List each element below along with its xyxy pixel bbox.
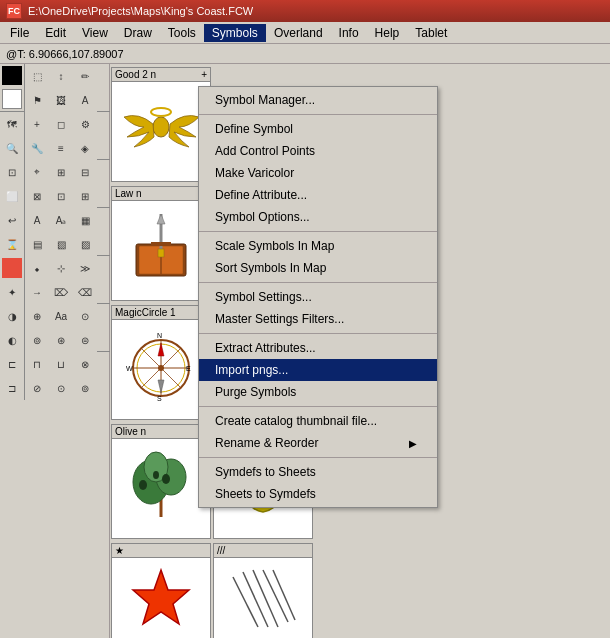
tool-c8[interactable]: ⊞ xyxy=(73,184,97,208)
symbol-law xyxy=(121,209,201,284)
tool-e4[interactable]: ⊹ xyxy=(49,256,73,280)
tool-e5[interactable]: ≫ xyxy=(73,256,97,280)
menu-view[interactable]: View xyxy=(74,24,116,42)
menu-scale-symbols[interactable]: Scale Symbols In Map xyxy=(199,235,437,257)
menu-sort-symbols[interactable]: Sort Symbols In Map xyxy=(199,257,437,279)
tool-d6[interactable]: ▤ xyxy=(25,232,49,256)
menu-add-control-points[interactable]: Add Control Points xyxy=(199,140,437,162)
tool-c7[interactable]: ⊡ xyxy=(49,184,73,208)
symbol-wings xyxy=(119,92,204,162)
tool-c2[interactable]: ⬜ xyxy=(0,184,24,208)
tool-g5[interactable]: ⊗ xyxy=(73,352,97,376)
menu-tools[interactable]: Tools xyxy=(160,24,204,42)
tool-b5[interactable]: ≡ xyxy=(49,136,73,160)
tool-image[interactable]: 🖼 xyxy=(49,88,73,112)
tool-f5[interactable]: ⊙ xyxy=(73,304,97,328)
tool-g3[interactable]: ⊓ xyxy=(25,352,49,376)
menu-import-pngs[interactable]: Import pngs... xyxy=(199,359,437,381)
tool-c4[interactable]: ⊞ xyxy=(49,160,73,184)
svg-text:W: W xyxy=(126,365,133,372)
tool-f7[interactable]: ⊛ xyxy=(49,328,73,352)
tool-d8[interactable]: ▨ xyxy=(73,232,97,256)
tool-f3[interactable]: ⊕ xyxy=(25,304,49,328)
coord-bar: @T: 6.90666,107.89007 xyxy=(0,44,610,64)
menu-symbol-settings[interactable]: Symbol Settings... xyxy=(199,286,437,308)
color-black[interactable] xyxy=(2,66,22,85)
tool-c5[interactable]: ⊟ xyxy=(73,160,97,184)
tool-d3[interactable]: A xyxy=(25,208,49,232)
tool-b6[interactable]: ◈ xyxy=(73,136,97,160)
tool-draw[interactable]: ✏ xyxy=(73,64,97,88)
title-bar: FC E:\OneDrive\Projects\Maps\King's Coas… xyxy=(0,0,610,22)
svg-point-0 xyxy=(153,117,169,137)
tool-f4[interactable]: Aa xyxy=(49,304,73,328)
divider-3 xyxy=(199,282,437,283)
tool-zoom-map[interactable]: 🗺 xyxy=(0,112,24,136)
main-area: ⬚ ↕ ✏ ⚑ 🖼 A 🗺 🔍 + ◻ ⚙ 🔧 xyxy=(0,64,610,638)
tool-zoom[interactable]: 🔍 xyxy=(0,136,24,160)
tool-b3[interactable]: ⚙ xyxy=(73,112,97,136)
tool-text2[interactable]: A xyxy=(73,88,97,112)
color-red[interactable] xyxy=(2,258,22,278)
tool-g4[interactable]: ⊔ xyxy=(49,352,73,376)
tool-flag[interactable]: ⚑ xyxy=(25,88,49,112)
menu-master-settings[interactable]: Master Settings Filters... xyxy=(199,308,437,330)
menu-make-varicolor[interactable]: Make Varicolor xyxy=(199,162,437,184)
menu-purge-symbols[interactable]: Purge Symbols xyxy=(199,381,437,403)
tool-e6[interactable]: → xyxy=(25,280,49,304)
tool-f1[interactable]: ◑ xyxy=(0,304,24,328)
panel-plus-good2n[interactable]: + xyxy=(201,69,207,80)
menu-symbols[interactable]: Symbols xyxy=(204,24,266,42)
tool-e3[interactable]: ⬥ xyxy=(25,256,49,280)
tool-e7[interactable]: ⌦ xyxy=(49,280,73,304)
tool-d5[interactable]: ▦ xyxy=(73,208,97,232)
tool-c3[interactable]: ⌖ xyxy=(25,160,49,184)
tool-b2[interactable]: ◻ xyxy=(49,112,73,136)
tool-f6[interactable]: ⊚ xyxy=(25,328,49,352)
color-white[interactable] xyxy=(2,89,22,109)
menu-draw[interactable]: Draw xyxy=(116,24,160,42)
panel-label-lawn: Law n xyxy=(115,188,142,199)
menu-help[interactable]: Help xyxy=(367,24,408,42)
tool-d4[interactable]: Aₐ xyxy=(49,208,73,232)
menu-symbol-manager[interactable]: Symbol Manager... xyxy=(199,89,437,111)
menu-rename-reorder[interactable]: Rename & Reorder ▶ xyxy=(199,432,437,454)
tool-select[interactable]: ⬚ xyxy=(25,64,49,88)
svg-point-28 xyxy=(153,471,159,479)
tool-g8[interactable]: ⊚ xyxy=(73,376,97,400)
menu-overland[interactable]: Overland xyxy=(266,24,331,42)
tool-b4[interactable]: 🔧 xyxy=(25,136,49,160)
tool-b1[interactable]: + xyxy=(25,112,49,136)
submenu-arrow: ▶ xyxy=(409,438,417,449)
tool-c6[interactable]: ⊠ xyxy=(25,184,49,208)
menu-define-symbol[interactable]: Define Symbol xyxy=(199,118,437,140)
menu-symdefs-to-sheets[interactable]: Symdefs to Sheets xyxy=(199,461,437,483)
menu-sheets-to-symdefs[interactable]: Sheets to Symdefs xyxy=(199,483,437,505)
tool-g1[interactable]: ⊏ xyxy=(0,352,24,376)
menu-symbol-options[interactable]: Symbol Options... xyxy=(199,206,437,228)
menu-tablet[interactable]: Tablet xyxy=(407,24,455,42)
tool-e2[interactable]: ✦ xyxy=(0,280,24,304)
title-path: E:\OneDrive\Projects\Maps\King's Coast.F… xyxy=(28,5,253,17)
menu-bar: File Edit View Draw Tools Symbols Overla… xyxy=(0,22,610,44)
tool-g6[interactable]: ⊘ xyxy=(25,376,49,400)
panel-label-good2n: Good 2 n xyxy=(115,69,156,80)
tool-d1[interactable]: ↩ xyxy=(0,208,24,232)
menu-define-attribute[interactable]: Define Attribute... xyxy=(199,184,437,206)
tool-d2[interactable]: ⌛ xyxy=(0,232,24,256)
tool-d7[interactable]: ▧ xyxy=(49,232,73,256)
tool-scroll[interactable]: ↕ xyxy=(49,64,73,88)
tool-g2[interactable]: ⊐ xyxy=(0,376,24,400)
tool-g7[interactable]: ⊙ xyxy=(49,376,73,400)
tool-e8[interactable]: ⌫ xyxy=(73,280,97,304)
panel-label-magiccircle: MagicCircle 1 xyxy=(115,307,176,318)
menu-info[interactable]: Info xyxy=(331,24,367,42)
tool-f2[interactable]: ◐ xyxy=(0,328,24,352)
menu-extract-attributes[interactable]: Extract Attributes... xyxy=(199,337,437,359)
tool-c1[interactable]: ⊡ xyxy=(0,160,24,184)
menu-file[interactable]: File xyxy=(2,24,37,42)
symbol-olive xyxy=(121,447,201,522)
tool-f8[interactable]: ⊜ xyxy=(73,328,97,352)
menu-edit[interactable]: Edit xyxy=(37,24,74,42)
menu-create-catalog[interactable]: Create catalog thumbnail file... xyxy=(199,410,437,432)
